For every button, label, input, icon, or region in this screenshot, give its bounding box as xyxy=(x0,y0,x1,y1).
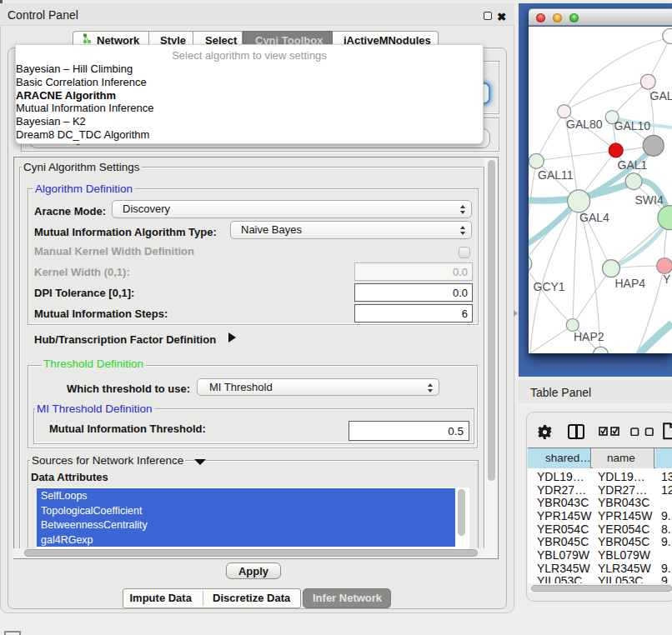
svg-text:GAL1: GAL1 xyxy=(618,158,648,172)
svg-text:SWI4: SWI4 xyxy=(635,193,664,207)
svg-text:HAP4: HAP4 xyxy=(615,277,646,290)
svg-text:GAL8: GAL8 xyxy=(650,89,672,102)
svg-text:Y: Y xyxy=(663,272,671,286)
svg-text:HAP2: HAP2 xyxy=(574,330,604,343)
svg-text:GAL80: GAL80 xyxy=(566,118,603,131)
svg-text:GAL11: GAL11 xyxy=(538,168,574,182)
svg-text:GCY1: GCY1 xyxy=(534,280,565,293)
svg-text:GAL4: GAL4 xyxy=(579,211,609,224)
svg-text:GAL10: GAL10 xyxy=(614,119,651,132)
